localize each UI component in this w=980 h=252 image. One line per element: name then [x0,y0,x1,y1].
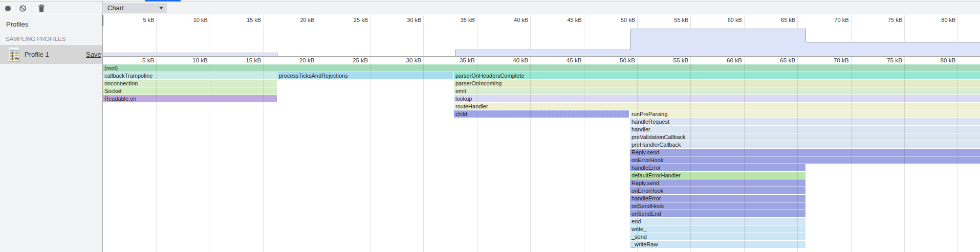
svg-text:%: % [15,55,19,61]
